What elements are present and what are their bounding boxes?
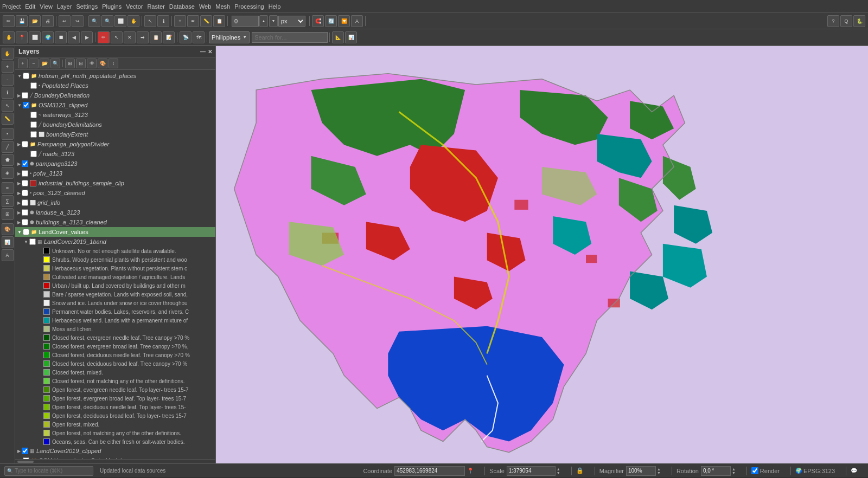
- messages-display[interactable]: 💬: [851, 468, 857, 474]
- qgis-icon[interactable]: Q: [840, 15, 852, 27]
- layer-item-pois[interactable]: ▶ • pois_3123_cleaned: [15, 188, 215, 198]
- print-icon[interactable]: 🖨: [42, 15, 54, 27]
- locate-input[interactable]: [15, 468, 91, 474]
- add-point-icon[interactable]: •: [2, 128, 14, 140]
- layer-item-pampanga-group[interactable]: ▶ 📁 Pampanga_polygonDivider: [15, 139, 215, 149]
- menu-settings[interactable]: Settings: [76, 3, 98, 10]
- search-input[interactable]: [252, 32, 328, 43]
- layers-close-btn[interactable]: ✕: [208, 49, 212, 55]
- attribute-icon[interactable]: 📋: [213, 15, 225, 27]
- layer-item-pofw[interactable]: ▶ • pofw_3123: [15, 169, 215, 178]
- add-line-icon[interactable]: ╱: [2, 141, 14, 153]
- menu-help[interactable]: Help: [269, 3, 281, 10]
- collapse-all-icon[interactable]: ⊟: [76, 59, 86, 68]
- checkbox-boundary-delineation[interactable]: [22, 92, 28, 99]
- layer-item-boundary-delineation[interactable]: ▶ ╱ BoundaryDelineation: [15, 91, 215, 100]
- copy-feature-icon[interactable]: 📋: [150, 31, 162, 43]
- checkbox-pampanga-group[interactable]: [22, 141, 28, 147]
- locate-search[interactable]: 🔍: [4, 466, 93, 476]
- zoom-next-icon[interactable]: ▶: [81, 31, 93, 43]
- layer-item-populated-places[interactable]: • Populated Places: [15, 81, 215, 91]
- move-feature-icon[interactable]: ➡: [137, 31, 149, 43]
- style-icon[interactable]: 🎨: [2, 223, 14, 235]
- pencil-icon[interactable]: ✏: [3, 15, 15, 27]
- zoom-selection-icon[interactable]: 🔲: [55, 31, 67, 43]
- checkbox-landuse[interactable]: [22, 209, 28, 216]
- checkbox-buildings[interactable]: [22, 219, 28, 225]
- menu-database[interactable]: Database: [169, 3, 195, 10]
- rotation-up-btn[interactable]: ▲: [732, 467, 736, 471]
- add-layer-icon[interactable]: +: [174, 15, 186, 27]
- layer-item-industrial[interactable]: ▶ industrial_buildings_sample_clip: [15, 178, 215, 188]
- map-area[interactable]: [216, 46, 868, 463]
- atlas-icon[interactable]: 🗺: [193, 31, 205, 43]
- magnifier-input[interactable]: [626, 466, 656, 476]
- rotation-input[interactable]: [701, 466, 731, 476]
- magnifier-up-btn[interactable]: ▲: [657, 467, 661, 471]
- deselect-icon[interactable]: ✕: [124, 31, 136, 43]
- open-icon[interactable]: 📂: [29, 15, 41, 27]
- layer-item-buildings[interactable]: ▶ ⬟ buildings_a_3123_cleaned: [15, 217, 215, 227]
- label-tool-icon[interactable]: A: [2, 249, 14, 261]
- menu-edit[interactable]: Edit: [25, 3, 35, 10]
- zoom-in-tool[interactable]: +: [2, 61, 14, 73]
- layer-item-hotosm[interactable]: ▼ 📁 hotosm_phl_north_populated_places: [15, 71, 215, 81]
- measure-tool[interactable]: 📏: [2, 113, 14, 125]
- paste-feature-icon[interactable]: 📝: [163, 31, 175, 43]
- georef-icon[interactable]: ⊞: [2, 208, 14, 220]
- crs-display[interactable]: 🌍 EPSG:3123: [795, 468, 835, 474]
- gps-icon[interactable]: 📡: [180, 31, 192, 43]
- checkbox-roads[interactable]: [30, 151, 37, 157]
- attribute-table-icon[interactable]: ≡: [2, 182, 14, 194]
- select-tool[interactable]: ↖: [2, 100, 14, 112]
- location-dropdown[interactable]: Philippines ▼: [209, 31, 250, 43]
- zoom-up-arrow[interactable]: ▲: [259, 15, 268, 27]
- label-icon[interactable]: A: [351, 15, 363, 27]
- layer-item-boundary-extent[interactable]: ⬜ boundaryExtent: [15, 130, 215, 139]
- menu-processing[interactable]: Processing: [234, 3, 264, 10]
- menu-plugins[interactable]: Plugins: [102, 3, 122, 10]
- expand-all-icon[interactable]: ⊞: [65, 59, 75, 68]
- coordinate-input[interactable]: [394, 466, 465, 476]
- menu-project[interactable]: Project: [2, 3, 21, 10]
- filter-icon[interactable]: 🔽: [338, 15, 350, 27]
- layer-item-boundary-delim[interactable]: ╱ boundaryDelimitations: [15, 120, 215, 130]
- remove-layer-icon[interactable]: −: [29, 59, 39, 68]
- zoom-out-tool[interactable]: -: [2, 74, 14, 86]
- rotation-down-btn[interactable]: ▼: [732, 471, 736, 475]
- vertex-tool-icon[interactable]: ◈: [2, 167, 14, 179]
- compose-icon[interactable]: 📐: [332, 31, 344, 43]
- menu-raster[interactable]: Raster: [147, 3, 164, 10]
- scale-down-btn[interactable]: ▼: [557, 471, 560, 475]
- zoom-in-icon[interactable]: 🔍: [88, 15, 100, 27]
- layer-item-landuse[interactable]: ▶ ⬟ landuse_a_3123: [15, 208, 215, 217]
- pan-to-selection-icon[interactable]: 📍: [16, 31, 28, 43]
- excel-export-icon[interactable]: 📊: [345, 31, 357, 43]
- snap-icon[interactable]: 🧲: [312, 15, 324, 27]
- checkbox-landcover-values[interactable]: [23, 229, 29, 235]
- checkbox-lc2019-clipped[interactable]: [22, 448, 28, 454]
- checkbox-populated-places[interactable]: [30, 82, 37, 89]
- checkbox-boundary-delim[interactable]: [30, 121, 37, 128]
- zoom-value-input[interactable]: 0: [232, 16, 259, 27]
- layer-item-lc2019[interactable]: ▼ ▦ LandCover2019_1band: [15, 237, 215, 247]
- menu-vector[interactable]: Vector: [126, 3, 143, 10]
- identify-tool[interactable]: ℹ: [2, 87, 14, 99]
- theme-icon[interactable]: 🎨: [98, 59, 107, 68]
- layer-item-pampanga3123[interactable]: ▶ ⬟ pampanga3123: [15, 159, 215, 169]
- layers-minimize-btn[interactable]: —: [200, 49, 206, 55]
- checkbox-pampanga3123[interactable]: [22, 160, 28, 167]
- checkbox-hotosm[interactable]: [23, 73, 29, 79]
- menu-view[interactable]: View: [40, 3, 53, 10]
- undo-icon[interactable]: ↩: [59, 15, 71, 27]
- layer-visibility-icon[interactable]: 👁: [87, 59, 97, 68]
- checkbox-industrial[interactable]: [22, 180, 28, 186]
- select-feature-icon[interactable]: ↖: [111, 31, 123, 43]
- pan-map-icon[interactable]: ✋: [3, 31, 15, 43]
- open-layer-icon[interactable]: 📂: [40, 59, 49, 68]
- editing-icon[interactable]: ✏: [98, 31, 110, 43]
- magnifier-down-btn[interactable]: ▼: [657, 471, 661, 475]
- zoom-down-arrow[interactable]: ▼: [269, 15, 278, 27]
- filter-layers-icon[interactable]: 🔍: [50, 59, 60, 68]
- zoom-extent-icon[interactable]: ⬜: [114, 15, 126, 27]
